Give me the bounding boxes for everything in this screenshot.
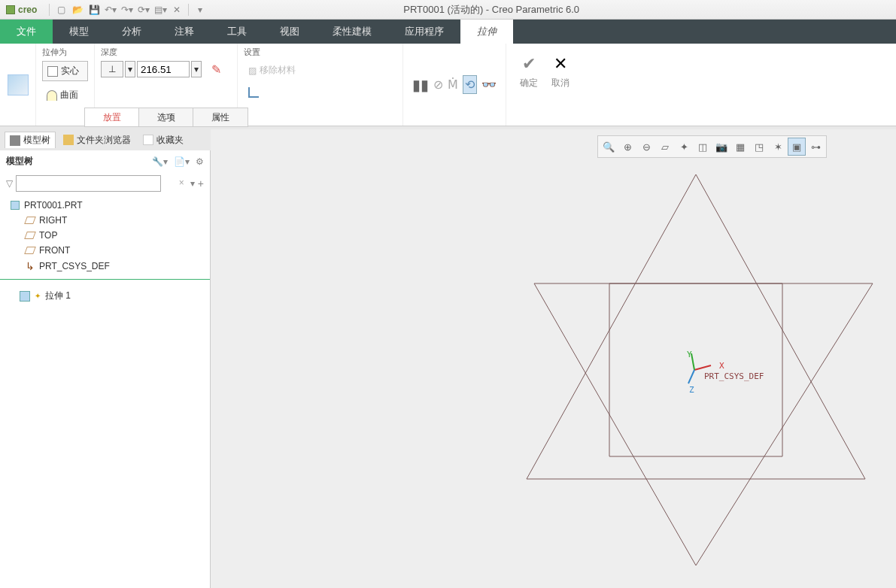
add-filter-icon[interactable]: + (198, 177, 204, 189)
tree-feature-extrude[interactable]: ✦ 拉伸 1 (0, 287, 210, 305)
undo-icon[interactable]: ↶▾ (104, 3, 117, 17)
preview-controls: ▮▮ ⊘ Ṁ ⟲ 👓 (403, 44, 506, 126)
save-icon[interactable]: 💾 (87, 3, 101, 17)
remove-material-icon: ▨ (248, 65, 257, 76)
depth-type-dropdown[interactable]: ▾ (125, 61, 135, 77)
plane-right-label: RIGHT (39, 215, 67, 226)
subtab-placement[interactable]: 放置 (85, 108, 139, 126)
menu-view[interactable]: 视图 (263, 20, 316, 44)
depth-label: 深度 (101, 47, 231, 58)
tree-tools-icon[interactable]: 🔧▾ (152, 156, 168, 167)
feature-label: 拉伸 1 (45, 289, 71, 302)
part-icon (11, 201, 20, 210)
navtab-favorites[interactable]: 收藏夹 (138, 132, 188, 148)
plane-icon (24, 247, 36, 254)
svg-line-5 (688, 370, 694, 383)
surface-button[interactable]: 曲面 (42, 86, 88, 105)
subtab-properties[interactable]: 属性 (193, 108, 248, 126)
tree-settings-icon[interactable]: ⚙ (196, 156, 204, 167)
tree-plane-top[interactable]: TOP (0, 228, 210, 243)
pause-icon[interactable]: ▮▮ (412, 76, 429, 94)
open-icon[interactable]: 📂 (71, 3, 84, 17)
menu-annotate[interactable]: 注释 (158, 20, 211, 44)
check-icon: ✔ (522, 54, 536, 74)
windows-icon[interactable]: ▤▾ (153, 3, 167, 17)
glasses-icon[interactable]: 👓 (481, 77, 497, 92)
subtab-options[interactable]: 选项 (139, 108, 193, 126)
ok-button[interactable]: ✔ 确定 (515, 51, 542, 92)
extrude-feature-icon (20, 291, 30, 302)
menu-apps[interactable]: 应用程序 (388, 20, 460, 44)
axis-z-label: Z (689, 385, 694, 395)
clear-filter-icon[interactable]: × (179, 177, 184, 188)
thicken-icon (248, 87, 259, 98)
tree-plane-right[interactable]: RIGHT (0, 213, 210, 228)
main-menu: 文件 模型 分析 注释 工具 视图 柔性建模 应用程序 拉伸 (0, 20, 896, 44)
settings-label: 设置 (244, 47, 396, 58)
tree-filter-input[interactable] (16, 175, 161, 192)
remove-material-button[interactable]: ▨ 移除材料 (244, 61, 396, 80)
regen-icon[interactable]: ⟳▾ (137, 3, 150, 17)
plane-icon (24, 217, 36, 224)
cancel-button[interactable]: ✕ 取消 (547, 51, 574, 92)
ribbon-subtabs: 放置 选项 属性 (84, 108, 248, 127)
verify-icon[interactable]: ⟲ (463, 75, 477, 94)
solid-label: 实心 (61, 65, 79, 77)
tree-root[interactable]: PRT0001.PRT (0, 198, 210, 213)
filter-dropdown-icon[interactable]: ▾ (190, 178, 195, 189)
quick-access-toolbar: ▢ 📂 💾 ↶▾ ↷▾ ⟳▾ ▤▾ ✕ ▾ (43, 3, 207, 17)
depth-dropdown[interactable]: ▾ (191, 61, 202, 77)
new-feature-indicator: ✦ (35, 292, 41, 300)
navigator-tabs: 模型树 文件夹浏览器 收藏夹 (0, 129, 193, 150)
menu-analysis[interactable]: 分析 (105, 20, 158, 44)
plane-front-label: FRONT (39, 245, 70, 256)
navtab-folder-label: 文件夹浏览器 (77, 134, 131, 147)
window-title: PRT0001 (活动的) - Creo Parametric 6.0 (207, 3, 776, 17)
tree-csys[interactable]: ↳ PRT_CSYS_DEF (0, 258, 210, 274)
remove-material-label: 移除材料 (260, 64, 296, 77)
menu-file[interactable]: 文件 (0, 20, 53, 44)
tree-root-label: PRT0001.PRT (24, 200, 83, 211)
attach-icon[interactable]: Ṁ (448, 77, 458, 92)
surface-icon (47, 90, 57, 101)
title-bar: creo ▢ 📂 💾 ↶▾ ↷▾ ⟳▾ ▤▾ ✕ ▾ PRT0001 (活动的)… (0, 0, 896, 20)
feature-type-icon (8, 74, 29, 95)
solid-icon (47, 66, 58, 77)
filter-icon[interactable]: ▽ (6, 178, 13, 189)
surface-label: 曲面 (60, 89, 78, 102)
graphics-canvas[interactable]: 🔍 ⊕ ⊖ ▱ ✦ ◫ 📷 ▦ ◳ ✶ ▣ ⊶ Y X Z PRT_CSYS_D… (211, 129, 896, 588)
flip-depth-button[interactable]: ✎ (208, 61, 224, 77)
menu-flex[interactable]: 柔性建模 (316, 20, 388, 44)
plane-icon (24, 232, 36, 239)
new-icon[interactable]: ▢ (54, 3, 68, 17)
close-icon[interactable]: ✕ (170, 3, 184, 17)
tree-icon (10, 135, 20, 146)
plane-top-label: TOP (39, 230, 57, 241)
svg-marker-0 (527, 174, 865, 479)
solid-button[interactable]: 实心 (42, 61, 88, 81)
tree-header: 模型树 (6, 155, 33, 168)
menu-tools[interactable]: 工具 (211, 20, 263, 44)
menu-model[interactable]: 模型 (53, 20, 105, 44)
thicken-button[interactable] (244, 84, 396, 101)
no-preview-icon[interactable]: ⊘ (433, 77, 443, 92)
sketch-geometry (211, 129, 896, 588)
navtab-modeltree-label: 模型树 (23, 134, 50, 147)
navtab-folder[interactable]: 文件夹浏览器 (59, 132, 135, 148)
menu-extrude[interactable]: 拉伸 (460, 20, 513, 44)
folder-icon (63, 135, 74, 145)
tree-display-icon[interactable]: 📄▾ (174, 156, 190, 167)
redo-icon[interactable]: ↷▾ (120, 3, 134, 17)
axis-y-label: Y (687, 350, 692, 359)
depth-input[interactable] (137, 61, 190, 77)
star-icon (143, 135, 153, 145)
customize-qat-icon[interactable]: ▾ (193, 3, 207, 17)
tree-insert-marker[interactable] (0, 279, 210, 280)
tree-plane-front[interactable]: FRONT (0, 243, 210, 258)
cancel-label: 取消 (551, 77, 569, 89)
svg-line-3 (694, 365, 711, 370)
svg-marker-1 (534, 283, 873, 565)
navtab-fav-label: 收藏夹 (156, 134, 184, 147)
navtab-modeltree[interactable]: 模型树 (5, 132, 56, 148)
depth-type-button[interactable]: ⊥ (101, 61, 123, 77)
